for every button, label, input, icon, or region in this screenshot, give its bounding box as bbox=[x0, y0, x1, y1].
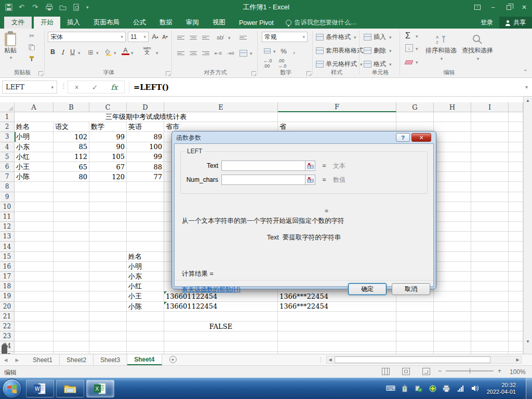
cell-2[interactable] bbox=[509, 122, 523, 132]
increase-decimal-button[interactable]: ←.0.00 bbox=[262, 59, 273, 68]
minimize-button[interactable]: – bbox=[485, 0, 501, 15]
cell-20[interactable] bbox=[509, 302, 523, 312]
row-header-1[interactable]: 1 bbox=[0, 112, 15, 122]
cell-B17[interactable] bbox=[54, 272, 89, 282]
bold-button[interactable]: B bbox=[49, 47, 57, 57]
cell-D6[interactable]: 88 bbox=[127, 162, 164, 172]
cell-E24[interactable] bbox=[164, 341, 278, 351]
cell-C24[interactable] bbox=[89, 341, 127, 351]
cell-C23[interactable] bbox=[89, 331, 127, 341]
select-all-corner[interactable] bbox=[0, 102, 15, 112]
cell-G24[interactable] bbox=[396, 341, 434, 351]
font-name-combo[interactable]: 宋体▾ bbox=[48, 32, 126, 42]
cell-D23[interactable] bbox=[127, 331, 164, 341]
italic-button[interactable]: I bbox=[59, 47, 66, 57]
cell-D2[interactable]: 英语 bbox=[127, 122, 164, 132]
row-header-11[interactable]: 11 bbox=[0, 212, 15, 222]
sheet-tab-sheet3[interactable]: Sheet3 bbox=[94, 354, 127, 365]
cell-A21[interactable] bbox=[15, 312, 54, 322]
cell-17[interactable] bbox=[509, 272, 523, 282]
cell-C8[interactable] bbox=[89, 182, 127, 192]
column-header-partial[interactable] bbox=[509, 102, 523, 112]
cell-I16[interactable] bbox=[471, 262, 509, 272]
cell-D20[interactable]: 小陈 bbox=[127, 302, 164, 312]
cell-I22[interactable] bbox=[471, 322, 509, 331]
cell-A11[interactable] bbox=[15, 212, 54, 222]
cell-I20[interactable] bbox=[471, 302, 509, 312]
cell-I15[interactable] bbox=[471, 252, 509, 262]
cell-D15[interactable]: 姓名 bbox=[127, 252, 164, 262]
cell-A24[interactable] bbox=[15, 341, 54, 351]
cell-I10[interactable] bbox=[471, 202, 509, 212]
sheet-tab-sheet1[interactable]: Sheet1 bbox=[26, 354, 60, 365]
cell-H11[interactable] bbox=[434, 212, 471, 222]
hscroll-right-icon[interactable]: ▶ bbox=[514, 357, 521, 362]
printer-icon[interactable] bbox=[443, 384, 451, 393]
cell-8[interactable] bbox=[509, 182, 523, 192]
format-cells-button[interactable]: 格式▾ bbox=[364, 60, 392, 69]
find-select-button[interactable]: 查找和选择▾ bbox=[460, 34, 495, 61]
show-desktop-button[interactable] bbox=[526, 378, 532, 399]
cell-B12[interactable] bbox=[54, 222, 89, 232]
volume-icon[interactable] bbox=[471, 384, 479, 393]
cell-I24[interactable] bbox=[471, 341, 509, 351]
cell-A23[interactable] bbox=[15, 331, 54, 341]
cell-B3[interactable]: 102 bbox=[54, 132, 89, 142]
cell-I6[interactable] bbox=[471, 162, 509, 172]
cell-B24[interactable] bbox=[54, 341, 89, 351]
range-selector-button[interactable] bbox=[305, 161, 315, 171]
cell-D18[interactable]: 小红 bbox=[127, 282, 164, 291]
cell-A5[interactable]: 小红 bbox=[15, 152, 54, 162]
cell-B16[interactable] bbox=[54, 262, 89, 272]
cell-22[interactable] bbox=[509, 322, 523, 331]
cell-H24[interactable] bbox=[434, 341, 471, 351]
cell-D17[interactable]: 小东 bbox=[127, 272, 164, 282]
cell-B20[interactable] bbox=[54, 302, 89, 312]
cell-H6[interactable] bbox=[434, 162, 471, 172]
cell-A12[interactable] bbox=[15, 222, 54, 232]
tab-审阅[interactable]: 审阅 bbox=[179, 17, 206, 29]
row-header-23[interactable]: 23 bbox=[0, 331, 15, 341]
cell-A6[interactable]: 小王 bbox=[15, 162, 54, 172]
sort-filter-button[interactable]: AZ 排序和筛选▾ bbox=[424, 34, 458, 61]
cell-23[interactable] bbox=[509, 331, 523, 341]
cell-H5[interactable] bbox=[434, 152, 471, 162]
cell-D16[interactable]: 小明 bbox=[127, 262, 164, 272]
cell-A1[interactable]: 三年级期中考试成绩统计表 bbox=[15, 112, 278, 122]
cell-G21[interactable] bbox=[396, 312, 434, 322]
cell-A4[interactable]: 小东 bbox=[15, 142, 54, 152]
sheet-nav-left-icon[interactable]: ◀ bbox=[0, 354, 11, 365]
tab-插入[interactable]: 插入 bbox=[60, 17, 87, 29]
cell-I21[interactable] bbox=[471, 312, 509, 322]
cell-I1[interactable] bbox=[471, 112, 509, 122]
sheet-tab-sheet2[interactable]: Sheet2 bbox=[60, 354, 94, 365]
fill-button[interactable]: ↓ bbox=[405, 44, 413, 52]
cell-B4[interactable]: 85 bbox=[54, 142, 89, 152]
cell-B15[interactable] bbox=[54, 252, 89, 262]
row-header-9[interactable]: 9 bbox=[0, 192, 15, 202]
cell-F22[interactable] bbox=[278, 322, 396, 331]
cell-C11[interactable] bbox=[89, 212, 127, 222]
row-header-2[interactable]: 2 bbox=[0, 122, 15, 132]
column-header-A[interactable]: A bbox=[15, 102, 54, 112]
cell-A16[interactable] bbox=[15, 262, 54, 272]
cell-D4[interactable]: 100 bbox=[127, 142, 164, 152]
formula-bar-grip[interactable]: ⋮ bbox=[60, 82, 67, 90]
cell-B6[interactable]: 65 bbox=[54, 162, 89, 172]
center-button[interactable] bbox=[190, 48, 197, 58]
cell-A17[interactable] bbox=[15, 272, 54, 282]
insert-function-button[interactable]: fx bbox=[111, 83, 117, 91]
cell-B14[interactable] bbox=[54, 242, 89, 251]
accounting-format-button[interactable] bbox=[262, 46, 272, 56]
cell-D9[interactable] bbox=[127, 192, 164, 202]
cell-F21[interactable] bbox=[278, 312, 396, 322]
range-selector-button[interactable] bbox=[305, 175, 315, 185]
formula-input[interactable]: =LEFT() bbox=[129, 81, 518, 94]
row-header-20[interactable]: 20 bbox=[0, 302, 15, 312]
cell-C15[interactable] bbox=[89, 252, 127, 262]
cell-C2[interactable]: 数学 bbox=[89, 122, 127, 132]
cell-7[interactable] bbox=[509, 172, 523, 182]
cell-10[interactable] bbox=[509, 202, 523, 212]
cell-I12[interactable] bbox=[471, 222, 509, 232]
sign-in-button[interactable]: 登录 bbox=[474, 18, 499, 27]
